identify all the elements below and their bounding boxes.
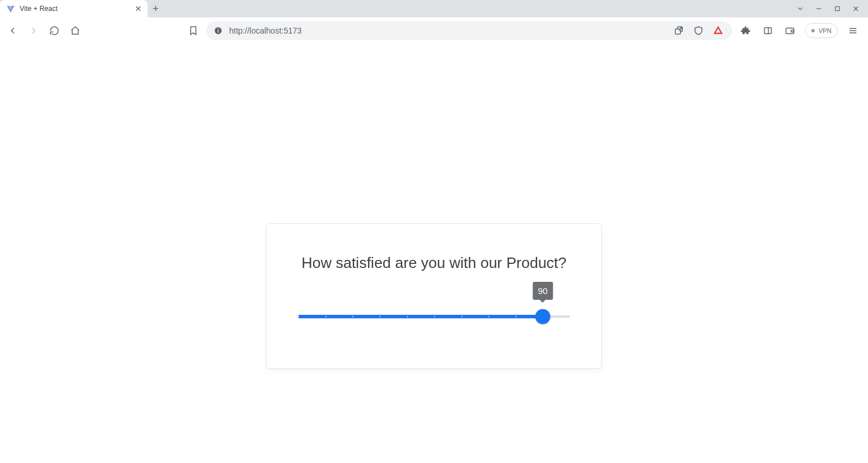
slider-mark [380, 316, 381, 317]
window-controls [788, 0, 868, 17]
slider-mark [407, 316, 408, 317]
browser-toolbar: http://localhost:5173 VPN [0, 17, 868, 44]
browser-tab[interactable]: Vite + React ✕ [0, 0, 148, 17]
slider-mark [516, 316, 517, 317]
vpn-status-dot-icon [811, 29, 815, 32]
slider-mark [352, 316, 354, 317]
site-info-icon[interactable] [213, 25, 223, 36]
survey-card: How satisfied are you with our Product? … [266, 223, 602, 369]
brave-rewards-icon[interactable] [711, 24, 725, 38]
svg-rect-11 [792, 30, 795, 32]
wallet-icon[interactable] [783, 24, 797, 38]
slider-marks [298, 315, 570, 318]
window-maximize-button[interactable] [833, 5, 841, 13]
survey-question: How satisfied are you with our Product? [298, 254, 570, 272]
extensions-icon[interactable] [739, 24, 753, 38]
slider-mark [325, 316, 326, 317]
address-bar[interactable]: http://localhost:5173 [206, 21, 732, 40]
tab-strip: Vite + React ✕ + [0, 0, 868, 17]
window-close-button[interactable] [852, 5, 860, 13]
svg-rect-5 [218, 30, 218, 32]
back-button[interactable] [6, 24, 20, 38]
vite-favicon-icon [6, 4, 15, 13]
sidebar-icon[interactable] [761, 24, 775, 38]
forward-button[interactable] [27, 24, 41, 38]
new-tab-button[interactable]: + [148, 0, 164, 17]
slider-mark [461, 316, 462, 317]
menu-button[interactable] [846, 24, 860, 38]
reload-button[interactable] [47, 24, 61, 38]
url-text: http://localhost:5173 [229, 26, 301, 35]
home-button[interactable] [68, 24, 82, 38]
slider-thumb[interactable] [535, 309, 550, 324]
window-minimize-button[interactable] [815, 5, 823, 13]
satisfaction-slider[interactable]: 90 [298, 308, 570, 325]
slider-mark [488, 316, 490, 317]
tab-close-button[interactable]: ✕ [135, 5, 142, 13]
vpn-label: VPN [818, 27, 832, 34]
shield-icon[interactable] [692, 24, 705, 38]
slider-mark [298, 316, 299, 317]
svg-rect-10 [786, 28, 795, 34]
slider-mark [570, 316, 571, 317]
tabs-dropdown-icon[interactable] [796, 5, 804, 13]
slider-tooltip-value: 90 [538, 286, 548, 296]
page-viewport: How satisfied are you with our Product? … [0, 44, 868, 463]
tab-title: Vite + React [20, 5, 130, 13]
slider-tooltip: 90 [533, 282, 553, 300]
svg-rect-6 [218, 28, 218, 29]
slider-mark [434, 316, 435, 317]
svg-rect-1 [836, 7, 840, 11]
share-icon[interactable] [672, 24, 686, 38]
vpn-button[interactable]: VPN [805, 23, 838, 38]
bookmark-button[interactable] [186, 24, 200, 38]
